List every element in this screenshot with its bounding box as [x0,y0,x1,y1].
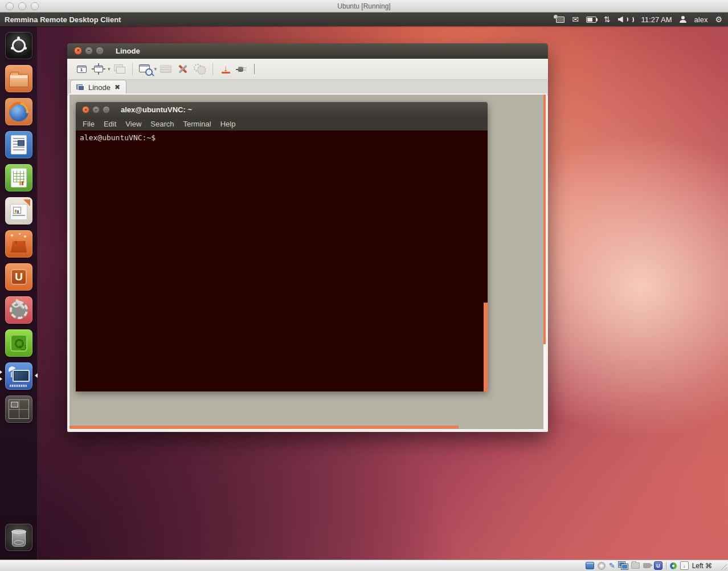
vm-video-icon[interactable] [643,563,651,568]
folder-icon [5,65,32,92]
gears-icon [193,63,207,75]
indicator-area: ✉ ⇅ 11:27 AM alex ⚙ [556,13,728,26]
remmina-window: ✕ − □ Linode 1 ▾ ▾ [67,43,548,432]
terminal-close-button[interactable]: ✕ [82,106,89,113]
launcher-item-libreoffice-calc[interactable] [5,164,32,191]
terminal-minimize-button[interactable]: − [92,106,100,113]
running-indicator-arrow [0,377,2,381]
vm-shared-folders-icon[interactable] [631,562,640,569]
menu-help[interactable]: Help [216,120,240,128]
launcher-item-libreoffice-writer[interactable] [5,131,32,158]
drivers-icon [5,329,32,357]
preferences-button[interactable] [193,60,207,78]
vm-usb-icon[interactable]: U [654,561,662,570]
terminal-window: ✕ − □ alex@ubuntuVNC: ~ File Edit View S… [76,102,488,391]
duplicate-icon [116,67,125,74]
trash-icon [5,524,32,551]
launcher-item-workspace-switcher[interactable] [5,395,32,423]
menu-edit[interactable]: Edit [99,120,121,128]
fit-window-dropdown[interactable]: ▾ [108,66,111,72]
workspace-grid-icon [5,395,32,423]
fit-window-button[interactable] [91,60,106,78]
remote-desktop-indicator-icon[interactable] [556,13,565,26]
volume-indicator-icon[interactable] [618,13,634,26]
launcher-item-ubuntu-one[interactable]: U [5,263,32,291]
fullscreen-button[interactable]: 1 [74,60,89,78]
shell-prompt: alex@ubuntuVNC:~$ [80,133,156,142]
clock-indicator[interactable]: 11:27 AM [641,15,672,24]
host-zoom-button[interactable] [31,2,39,10]
scaled-mode-dropdown[interactable]: ▾ [154,66,157,72]
launcher-item-additional-drivers[interactable] [5,329,32,357]
menu-terminal[interactable]: Terminal [179,120,216,128]
launcher-item-dash-home[interactable] [5,32,32,59]
host-window-title: Ubuntu [Running] [0,2,728,10]
host-window-buttons [0,2,39,10]
vm-mouse-integration-icon[interactable] [670,562,677,569]
remmina-titlebar[interactable]: ✕ − □ Linode [67,43,548,59]
fullscreen-icon: 1 [77,66,87,73]
virtualbox-statusbar: ✎ U ↓ Left ⌘ [0,560,728,571]
launcher-item-firefox[interactable] [5,98,32,125]
vm-pen-icon[interactable]: ✎ [609,562,615,569]
impress-presentation-icon [5,197,32,225]
vm-network-icon[interactable] [619,562,628,569]
launcher-item-libreoffice-impress[interactable] [5,197,32,225]
terminal-maximize-button[interactable]: □ [103,106,110,113]
vm-auto-resize-icon[interactable]: ↓ [680,561,689,570]
active-app-title: Remmina Remote Desktop Client [0,15,121,24]
statusbar-separator [666,562,666,569]
menu-view[interactable]: View [121,120,146,128]
remmina-minimize-button[interactable]: − [85,47,93,55]
launcher-item-home-folder[interactable] [5,65,32,92]
remmina-maximize-button[interactable]: □ [96,47,104,55]
terminal-menubar: File Edit View Search Terminal Help [76,117,488,130]
host-key-label: Left ⌘ [692,562,712,570]
sync-indicator-icon[interactable]: ⇅ [604,13,611,26]
remmina-icon [5,362,32,390]
launcher-item-remmina[interactable] [5,362,32,390]
mail-indicator-icon[interactable]: ✉ [572,13,579,26]
launcher-item-software-center[interactable] [5,230,32,258]
remote-edge-scrollbar-horizontal[interactable] [69,426,459,429]
remote-edge-scrollbar-vertical[interactable] [543,95,546,344]
remote-view-frame: ✕ − □ alex@ubuntuVNC: ~ File Edit View S… [68,93,547,430]
host-close-button[interactable] [6,2,14,10]
plug-icon [237,64,248,74]
scaled-mode-button[interactable] [138,60,153,78]
disconnect-button[interactable] [235,60,250,78]
tools-button[interactable] [175,60,190,78]
tab-window-icon [76,84,84,91]
running-indicator-arrow [0,370,2,374]
user-icon[interactable] [680,13,687,26]
remote-desktop[interactable]: ✕ − □ alex@ubuntuVNC: ~ File Edit View S… [69,95,546,429]
launcher-item-trash[interactable] [5,524,32,551]
resize-grip[interactable] [719,562,727,570]
host-minimize-button[interactable] [18,2,26,10]
ubuntu-desktop: Remmina Remote Desktop Client ✉ ⇅ 11:27 … [0,13,728,571]
vm-cd-icon[interactable] [598,562,606,570]
launcher-item-system-settings[interactable] [5,296,32,324]
host-titlebar[interactable]: Ubuntu [Running] [0,0,728,13]
duplicate-connection-button[interactable] [112,60,127,78]
tab-close-icon[interactable]: ✖ [114,83,120,91]
toolbar-caret [254,64,255,74]
terminal-scrollbar[interactable] [484,303,488,391]
screenshot-button[interactable]: ↓ [218,60,233,78]
menu-search[interactable]: Search [146,120,178,128]
writer-document-icon [5,131,32,158]
terminal-window-title: alex@ubuntuVNC: ~ [121,105,192,114]
grab-keyboard-button[interactable] [158,60,173,78]
terminal-screen[interactable]: alex@ubuntuVNC:~$ [76,130,488,391]
remmina-toolbar: 1 ▾ ▾ [67,59,548,80]
toolbar-separator [212,63,213,75]
session-gear-icon[interactable]: ⚙ [715,13,722,26]
battery-indicator-icon[interactable] [586,13,596,26]
terminal-titlebar[interactable]: ✕ − □ alex@ubuntuVNC: ~ [76,102,488,117]
tab-linode[interactable]: Linode ✖ [70,80,126,94]
menu-file[interactable]: File [78,120,99,128]
remmina-close-button[interactable]: ✕ [74,47,82,55]
username-label[interactable]: alex [694,15,708,24]
screenshot-icon: ↓ [222,65,230,74]
vm-hdd-icon[interactable] [586,562,594,569]
